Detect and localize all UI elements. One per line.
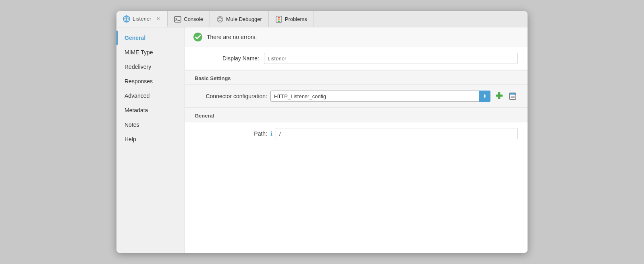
main-window: Listener ✕ Console	[116, 11, 528, 253]
path-label: Path:	[195, 130, 267, 137]
tab-listener-label: Listener	[133, 16, 151, 22]
basic-settings-header: Basic Settings	[185, 70, 528, 85]
svg-point-7	[218, 18, 219, 19]
tab-mule-debugger[interactable]: Mule Debugger	[210, 11, 269, 27]
tab-problems[interactable]: Problems	[269, 11, 314, 27]
globe-icon	[123, 15, 130, 23]
sidebar-item-general-label: General	[125, 35, 145, 41]
sidebar-item-advanced[interactable]: Advanced	[116, 89, 185, 103]
svg-rect-4	[175, 16, 181, 22]
connector-config-label: Connector configuration:	[195, 93, 267, 99]
sidebar-item-mime-type-label: MIME Type	[125, 49, 153, 56]
tab-listener[interactable]: Listener ✕	[116, 11, 168, 27]
sidebar: General MIME Type Redelivery Responses A…	[116, 27, 185, 253]
tab-listener-close[interactable]: ✕	[155, 16, 161, 22]
sidebar-item-metadata[interactable]: Metadata	[116, 103, 185, 118]
svg-point-11	[278, 19, 280, 20]
svg-rect-15	[509, 93, 516, 95]
sidebar-item-redelivery-label: Redelivery	[125, 64, 151, 70]
no-errors-text: There are no errors.	[207, 34, 257, 40]
problems-icon	[275, 16, 283, 23]
edit-icon	[509, 92, 517, 100]
svg-point-12	[278, 21, 280, 22]
sidebar-item-redelivery[interactable]: Redelivery	[116, 60, 185, 74]
sidebar-item-responses-label: Responses	[125, 78, 153, 85]
tab-problems-label: Problems	[285, 16, 307, 22]
add-icon: ✚	[495, 92, 503, 101]
tab-console-label: Console	[184, 16, 203, 22]
path-input[interactable]	[276, 128, 518, 139]
tab-console[interactable]: Console	[168, 11, 210, 27]
main-body: General MIME Type Redelivery Responses A…	[116, 27, 528, 253]
path-info-icon[interactable]: ℹ	[270, 130, 272, 137]
no-errors-icon	[193, 32, 203, 42]
tab-bar: Listener ✕ Console	[116, 11, 528, 27]
edit-connector-button[interactable]	[507, 91, 518, 101]
display-name-label: Display Name:	[195, 55, 259, 62]
sidebar-item-metadata-label: Metadata	[125, 107, 148, 113]
connector-select-wrapper: HTTP_Listener_config ⬍	[270, 91, 490, 102]
display-name-section: Display Name:	[185, 47, 528, 70]
no-errors-banner: There are no errors.	[185, 27, 528, 47]
sidebar-item-responses[interactable]: Responses	[116, 74, 185, 89]
connector-config-row: Connector configuration: HTTP_Listener_c…	[185, 85, 528, 107]
content-area: There are no errors. Display Name: Basic…	[185, 27, 528, 253]
console-icon	[174, 16, 181, 23]
tab-mule-debugger-label: Mule Debugger	[226, 16, 262, 22]
sidebar-item-notes[interactable]: Notes	[116, 118, 185, 132]
add-connector-button[interactable]: ✚	[494, 91, 504, 101]
sidebar-item-help[interactable]: Help	[116, 132, 185, 146]
svg-point-10	[278, 17, 280, 19]
general-section-header: General	[185, 107, 528, 122]
svg-point-13	[193, 33, 202, 41]
connector-config-select[interactable]: HTTP_Listener_config	[270, 91, 490, 102]
sidebar-item-advanced-label: Advanced	[125, 93, 150, 99]
sidebar-item-notes-label: Notes	[125, 122, 139, 128]
debugger-icon	[216, 16, 224, 23]
sidebar-item-general[interactable]: General	[116, 31, 185, 45]
display-name-input[interactable]	[264, 53, 518, 64]
display-name-row: Display Name:	[195, 53, 518, 64]
svg-point-8	[220, 18, 222, 19]
sidebar-item-mime-type[interactable]: MIME Type	[116, 45, 185, 60]
sidebar-item-help-label: Help	[125, 136, 136, 142]
path-row: Path: ℹ	[185, 122, 528, 145]
